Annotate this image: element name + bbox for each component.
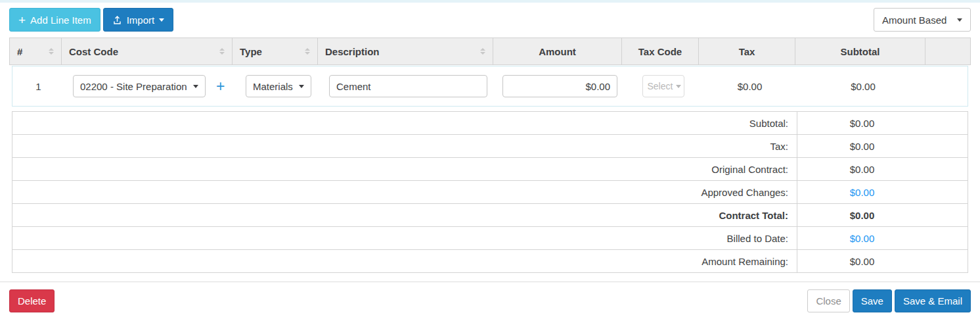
sort-icon[interactable] <box>480 48 485 55</box>
pricing-mode-dropdown[interactable]: Amount Based <box>874 8 971 32</box>
upload-icon <box>112 15 122 25</box>
sort-icon[interactable] <box>305 48 310 55</box>
summary-row-subtotal: Subtotal: $0.00 <box>12 112 968 135</box>
summary-row-approved-changes: Approved Changes: $0.00 <box>12 181 968 204</box>
row-subtotal-value: $0.00 <box>798 81 928 92</box>
caret-down-icon <box>957 18 962 22</box>
summary-row-contract-total: Contract Total: $0.00 <box>12 204 968 227</box>
cost-code-value: 02200 - Site Preparation <box>80 81 187 92</box>
add-cost-code-button[interactable]: + <box>216 79 225 94</box>
delete-button[interactable]: Delete <box>9 289 55 312</box>
header-actions <box>925 38 970 64</box>
type-dropdown[interactable]: Materials <box>246 75 311 97</box>
header-subtotal: Subtotal <box>795 38 925 64</box>
import-label: Import <box>127 14 155 26</box>
header-cost-code[interactable]: Cost Code <box>62 38 233 64</box>
summary-row-amount-remaining: Amount Remaining: $0.00 <box>12 250 968 273</box>
line-item-row: 1 02200 - Site Preparation + Materials S… <box>12 66 968 107</box>
row-tax-value: $0.00 <box>702 81 798 92</box>
original-contract-value: $0.00 <box>850 164 875 175</box>
caret-down-icon <box>159 18 164 22</box>
add-line-item-label: Add Line Item <box>30 14 91 26</box>
tax-code-dropdown-disabled: Select <box>642 75 684 97</box>
header-type[interactable]: Type <box>233 38 318 64</box>
toolbar: + Add Line Item Import Amount Based <box>0 3 980 37</box>
summary-row-billed-to-date: Billed to Date: $0.00 <box>12 227 968 250</box>
summary-row-original-contract: Original Contract: $0.00 <box>12 158 968 181</box>
description-input[interactable] <box>329 75 487 97</box>
type-value: Materials <box>253 81 293 92</box>
tax-value: $0.00 <box>850 141 875 152</box>
save-and-email-button[interactable]: Save & Email <box>895 289 971 312</box>
add-line-item-button[interactable]: + Add Line Item <box>9 8 100 32</box>
save-button[interactable]: Save <box>853 289 892 312</box>
caret-down-icon <box>299 85 304 88</box>
import-button[interactable]: Import <box>103 8 174 32</box>
header-tax: Tax <box>699 38 795 64</box>
header-number[interactable]: # <box>10 38 62 64</box>
row-number: 1 <box>12 81 64 92</box>
summary-row-tax: Tax: $0.00 <box>12 135 968 158</box>
totals-summary: Subtotal: $0.00 Tax: $0.00 Original Cont… <box>12 111 968 273</box>
header-tax-code: Tax Code <box>622 38 699 64</box>
plus-icon: + <box>18 14 26 26</box>
sort-icon[interactable] <box>219 48 225 55</box>
amount-input[interactable] <box>502 75 617 97</box>
tax-code-placeholder: Select <box>648 81 673 91</box>
pricing-mode-value: Amount Based <box>882 14 947 26</box>
footer-actions: Delete Close Save Save & Email <box>0 282 980 312</box>
amount-remaining-value: $0.00 <box>850 256 875 267</box>
caret-down-icon <box>676 85 681 88</box>
header-amount: Amount <box>493 38 622 64</box>
line-items-table-header: # Cost Code Type Description Amount Tax … <box>9 37 971 65</box>
approved-changes-link[interactable]: $0.00 <box>850 187 875 198</box>
sort-icon[interactable] <box>49 48 54 55</box>
contract-total-value: $0.00 <box>850 210 875 221</box>
caret-down-icon <box>193 85 198 88</box>
cost-code-dropdown[interactable]: 02200 - Site Preparation <box>73 75 206 97</box>
billed-to-date-link[interactable]: $0.00 <box>850 233 875 244</box>
close-button[interactable]: Close <box>807 289 849 312</box>
header-description[interactable]: Description <box>318 38 493 64</box>
subtotal-value: $0.00 <box>850 118 875 129</box>
